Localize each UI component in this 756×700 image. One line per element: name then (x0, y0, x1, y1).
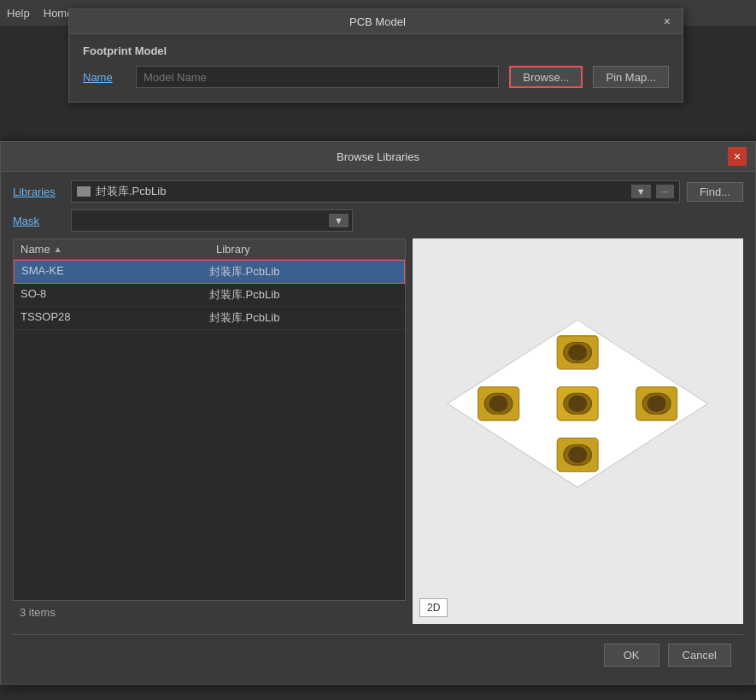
svg-point-9 (569, 395, 588, 412)
list-cell-name: SO-8 (21, 287, 209, 303)
pcb-model-close-button[interactable]: × (660, 15, 674, 28)
list-cell-library: 封装库.PcbLib (209, 287, 398, 303)
pcb-model-titlebar: PCB Model × (69, 9, 683, 34)
library-selector: 封装库.PcbLib ▼ ··· (71, 180, 680, 203)
mask-input[interactable] (75, 215, 329, 227)
svg-point-3 (569, 344, 588, 361)
bottom-bar: OK Cancel (13, 634, 743, 675)
library-icon (77, 186, 91, 197)
libraries-row: Libraries 封装库.PcbLib ▼ ··· Find... (13, 180, 743, 203)
pcb-model-dialog: PCB Model × Footprint Model Name Browse.… (68, 9, 683, 103)
column-name-header[interactable]: Name ▲ (14, 239, 209, 259)
preview-svg (429, 258, 726, 605)
list-cell-library: 封装库.PcbLib (209, 264, 397, 279)
browse-close-button[interactable]: × (728, 147, 747, 166)
preview-panel: 2D (413, 238, 743, 624)
ok-button[interactable]: OK (604, 644, 659, 667)
main-panel: Name ▲ Library SMA-KE 封装库.PcbLib S (13, 238, 743, 624)
library-dropdown-button[interactable]: ▼ (631, 185, 651, 198)
browse-titlebar: Browse Libraries × (1, 142, 755, 172)
list-cell-name: TSSOP28 (21, 310, 209, 326)
list-item[interactable]: SO-8 封装库.PcbLib (14, 284, 405, 307)
list-footer: 3 items (13, 601, 406, 624)
library-value: 封装库.PcbLib (96, 184, 626, 199)
list-item[interactable]: SMA-KE 封装库.PcbLib (14, 260, 405, 284)
pin-map-button[interactable]: Pin Map... (593, 66, 669, 88)
mask-dropdown-button[interactable]: ▼ (329, 214, 349, 227)
list-header: Name ▲ Library (13, 238, 406, 259)
pcb-model-title: PCB Model (95, 15, 660, 28)
mask-row: Mask ▼ (13, 209, 743, 232)
2d-button[interactable]: 2D (419, 598, 448, 617)
model-name-input[interactable] (136, 66, 499, 88)
browse-libraries-dialog: Browse Libraries × Libraries 封装库.PcbLib … (0, 141, 756, 685)
list-cell-library: 封装库.PcbLib (209, 310, 398, 326)
browse-content: Libraries 封装库.PcbLib ▼ ··· Find... Mask … (1, 172, 755, 684)
svg-point-6 (489, 395, 508, 412)
svg-point-15 (569, 446, 588, 463)
mask-label[interactable]: Mask (13, 215, 64, 227)
browse-button[interactable]: Browse... (509, 66, 583, 88)
footprint-row: Name Browse... Pin Map... (83, 66, 669, 88)
library-dots-button[interactable]: ··· (656, 185, 674, 198)
footprint-model-section-title: Footprint Model (83, 44, 669, 57)
list-item[interactable]: TSSOP28 封装库.PcbLib (14, 307, 405, 330)
list-cell-name: SMA-KE (21, 264, 209, 279)
sort-arrow-icon: ▲ (54, 244, 62, 254)
list-panel: Name ▲ Library SMA-KE 封装库.PcbLib S (13, 238, 406, 624)
find-button[interactable]: Find... (687, 182, 743, 202)
browse-libraries-title: Browse Libraries (28, 150, 728, 163)
cancel-button[interactable]: Cancel (668, 644, 731, 667)
name-label[interactable]: Name (83, 71, 126, 84)
mask-input-wrap: ▼ (71, 209, 353, 232)
column-library-header[interactable]: Library (209, 239, 405, 259)
libraries-label[interactable]: Libraries (13, 185, 64, 198)
menu-help[interactable]: Help (7, 7, 30, 20)
svg-point-12 (648, 395, 666, 412)
pcb-model-body: Footprint Model Name Browse... Pin Map..… (69, 34, 683, 102)
list-body: SMA-KE 封装库.PcbLib SO-8 封装库.PcbLib TSSOP2… (13, 259, 406, 601)
